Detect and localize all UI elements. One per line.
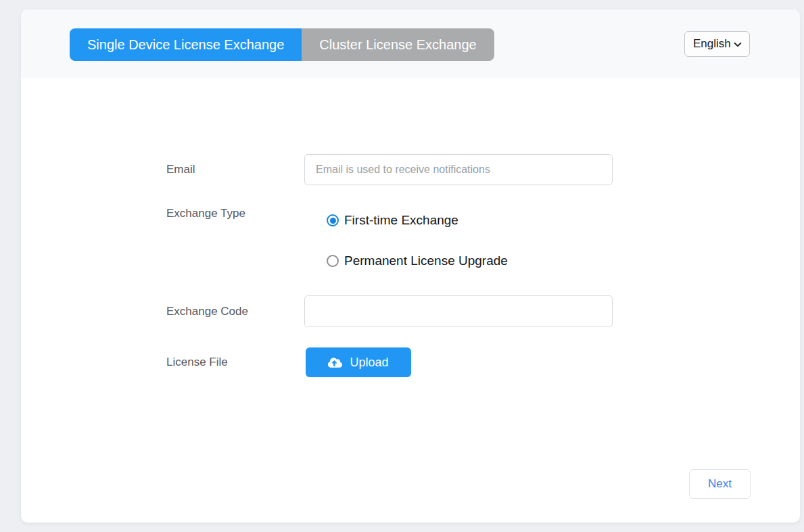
radio-unselected-icon[interactable] bbox=[327, 255, 339, 267]
language-select-value: English bbox=[693, 37, 731, 51]
email-input[interactable] bbox=[304, 154, 613, 185]
tab-single-device-license-exchange[interactable]: Single Device License Exchange bbox=[70, 28, 302, 61]
radio-option-permanent-license-upgrade[interactable]: Permanent License Upgrade bbox=[327, 252, 508, 270]
language-select[interactable]: English bbox=[684, 31, 750, 57]
license-exchange-card: Single Device License Exchange Cluster L… bbox=[21, 9, 800, 523]
exchange-code-input[interactable] bbox=[304, 295, 613, 327]
upload-button-label: Upload bbox=[350, 356, 388, 370]
license-file-label: License File bbox=[166, 347, 228, 377]
tab-bar: Single Device License Exchange Cluster L… bbox=[70, 28, 494, 61]
email-label: Email bbox=[166, 154, 195, 185]
radio-option-label: First-time Exchange bbox=[344, 213, 458, 228]
radio-option-first-time-exchange[interactable]: First-time Exchange bbox=[327, 212, 458, 229]
page: Single Device License Exchange Cluster L… bbox=[0, 0, 804, 532]
cloud-upload-icon bbox=[328, 357, 342, 368]
chevron-down-icon bbox=[733, 39, 742, 49]
card-header: Single Device License Exchange Cluster L… bbox=[21, 9, 800, 78]
upload-button[interactable]: Upload bbox=[306, 347, 411, 377]
tab-label: Cluster License Exchange bbox=[319, 37, 476, 53]
exchange-code-label: Exchange Code bbox=[166, 295, 248, 327]
next-button-label: Next bbox=[708, 477, 732, 491]
radio-option-label: Permanent License Upgrade bbox=[344, 253, 508, 268]
tab-cluster-license-exchange[interactable]: Cluster License Exchange bbox=[302, 28, 494, 61]
tab-label: Single Device License Exchange bbox=[87, 37, 284, 53]
next-button[interactable]: Next bbox=[689, 469, 751, 499]
exchange-type-label: Exchange Type bbox=[166, 205, 245, 222]
radio-selected-icon[interactable] bbox=[327, 214, 339, 226]
